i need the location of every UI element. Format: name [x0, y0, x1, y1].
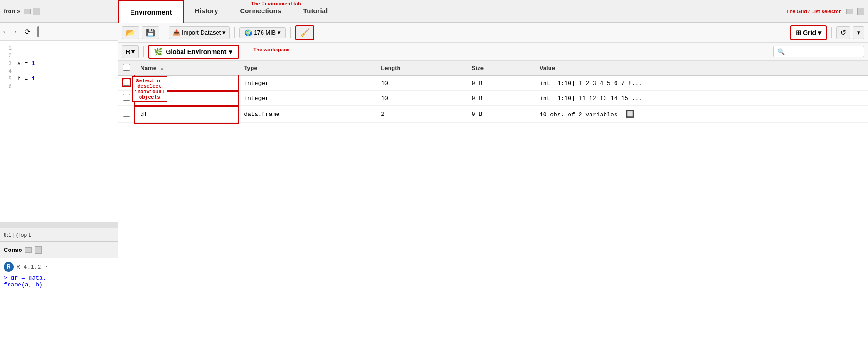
minimize-panel-button[interactable]: [846, 9, 853, 14]
editor-status: 8:1 | (Top L: [0, 228, 118, 241]
workspace-annotation: The workspace: [253, 47, 289, 52]
grid-view-button[interactable]: ⊞ Grid ▾: [790, 25, 827, 40]
console-line-1: > df = data.: [4, 275, 114, 281]
row-1-type: integer: [238, 91, 375, 106]
forward-button[interactable]: →: [10, 28, 18, 36]
table-view-icon[interactable]: 🔲: [621, 110, 635, 119]
source-button[interactable]: ⟳: [25, 27, 30, 36]
import-dataset-button[interactable]: 📥 Import Dataset ▾: [169, 26, 230, 39]
row-2-size: 0 B: [466, 106, 534, 123]
data-table: Select all listed objects Name ▲ Type: [118, 61, 868, 346]
memory-value: 176 MiB: [254, 29, 276, 36]
search-container: 🔍: [773, 46, 864, 57]
row-2-value: 10 obs. of 2 variables 🔲: [534, 106, 868, 123]
type-header: Type: [238, 61, 375, 75]
save-icon: 💾: [146, 28, 155, 37]
sep2: [34, 26, 34, 37]
search-icon: 🔍: [777, 48, 785, 55]
select-all-checkbox[interactable]: [123, 64, 130, 71]
row-1-size: 0 B: [466, 91, 534, 106]
row-0-checkbox-cell: Select or deselect individual objects: [118, 75, 135, 91]
workspace-bar: R ▾ 🌿 Global Environment ▾ The workspace…: [118, 43, 868, 61]
globe-icon: 🌍: [244, 29, 252, 36]
grid-selector-annotation: The Grid / List selector: [787, 9, 841, 14]
environment-tab-label: Environment: [130, 8, 172, 16]
env-tab-annotation: The Environment tab: [251, 1, 301, 6]
size-header-label: Size: [472, 65, 484, 71]
history-tab-label: History: [195, 7, 218, 15]
horizontal-scrollbar[interactable]: [0, 222, 118, 228]
row-2-length: 2: [375, 106, 466, 123]
row-2-checkbox[interactable]: [123, 110, 130, 117]
cursor-position: 8:1: [4, 232, 11, 238]
value-header: Value: [534, 61, 868, 75]
editor-toolbar: ← → ⟳: [0, 23, 118, 41]
line-2: 2: [4, 52, 114, 59]
workspace-selector[interactable]: 🌿 Global Environment ▾: [148, 45, 239, 59]
row-0-checkbox[interactable]: [123, 79, 130, 86]
name-header: Name ▲: [135, 61, 238, 75]
r-version: R 4.1.2 ·: [16, 264, 48, 271]
name-header-label: Name: [141, 65, 156, 71]
table-row: dfdata.frame20 B10 obs. of 2 variables 🔲: [118, 106, 868, 123]
back-button[interactable]: ←: [2, 28, 9, 36]
sep-3: [290, 27, 291, 38]
search-input[interactable]: [787, 48, 860, 55]
dropdown-arrow-more: ▾: [857, 29, 860, 36]
line-5: 5b = 1: [4, 75, 114, 82]
workspace-icon: 🌿: [154, 47, 163, 56]
minimize-console-icon[interactable]: [25, 247, 32, 253]
open-folder-button[interactable]: 📂: [122, 26, 139, 39]
row-0-length: 10: [375, 75, 466, 91]
select-individual-annotation: Select or deselect individual objects: [135, 78, 165, 100]
value-header-label: Value: [540, 65, 555, 71]
row-0-size: 0 B: [466, 75, 534, 91]
editor-content[interactable]: 1 2 3a = 1 4 5b = 1 6: [0, 41, 118, 222]
line-3: 3a = 1: [4, 60, 114, 67]
refresh-button[interactable]: ↺: [836, 26, 850, 39]
save-button[interactable]: 💾: [142, 26, 159, 39]
import-label: Import Dataset: [182, 29, 221, 36]
row-2-name: df: [135, 106, 238, 123]
length-header-label: Length: [381, 65, 400, 71]
sep-2: [234, 27, 235, 38]
console-code-2: frame(a, b): [4, 281, 43, 288]
table-row: binteger100 Bint [1:10] 11 12 13 14 15 .…: [118, 91, 868, 106]
r-label: R: [126, 48, 130, 55]
tab-history[interactable]: History: [184, 0, 229, 22]
import-icon: 📥: [173, 29, 180, 36]
sep1: [21, 26, 21, 37]
r-language-button[interactable]: R ▾: [122, 45, 139, 58]
minimize-icon[interactable]: [24, 9, 31, 14]
more-options-button[interactable]: ▾: [853, 26, 864, 39]
broom-button[interactable]: 🧹: [295, 25, 314, 40]
console-title: Conso: [4, 246, 22, 253]
memory-usage: 🌍 176 MiB ▾: [239, 27, 286, 38]
broom-icon: 🧹: [300, 28, 310, 38]
environment-table: Select all listed objects Name ▲ Type: [118, 61, 868, 123]
right-panel: The Environment tab Environment History …: [118, 0, 868, 346]
workspace-name: Global Environment: [166, 48, 226, 55]
console-content[interactable]: R R 4.1.2 · > df = data. frame(a, b): [0, 258, 118, 346]
tab-right-icons: The Grid / List selector: [787, 0, 868, 22]
tutorial-tab-label: Tutorial: [303, 7, 328, 15]
r-logo: R: [4, 262, 14, 272]
maximize-panel-button[interactable]: [857, 8, 864, 15]
editor-header: fron »: [0, 0, 118, 23]
size-header: Size: [466, 61, 534, 75]
dropdown-arrow-r: ▾: [131, 48, 135, 55]
select-individual-annotation-box: Select or deselect individual objects: [132, 76, 167, 102]
folder-icon: 📂: [126, 28, 135, 37]
editor-title: fron: [4, 8, 15, 15]
scrollbar-indicator: [37, 26, 39, 37]
sep-4: [831, 27, 832, 38]
maximize-icon[interactable]: [33, 8, 40, 15]
maximize-console-icon[interactable]: [35, 246, 42, 254]
sort-icon[interactable]: ▲: [160, 66, 165, 71]
row-1-value: int [1:10] 11 12 13 14 15 ...: [534, 91, 868, 106]
row-2-checkbox-cell: [118, 106, 135, 123]
tab-environment[interactable]: Environment: [118, 0, 184, 23]
row-1-checkbox[interactable]: [123, 94, 130, 101]
sep-1: [164, 27, 164, 38]
table-header-row: Select all listed objects Name ▲ Type: [118, 61, 868, 75]
